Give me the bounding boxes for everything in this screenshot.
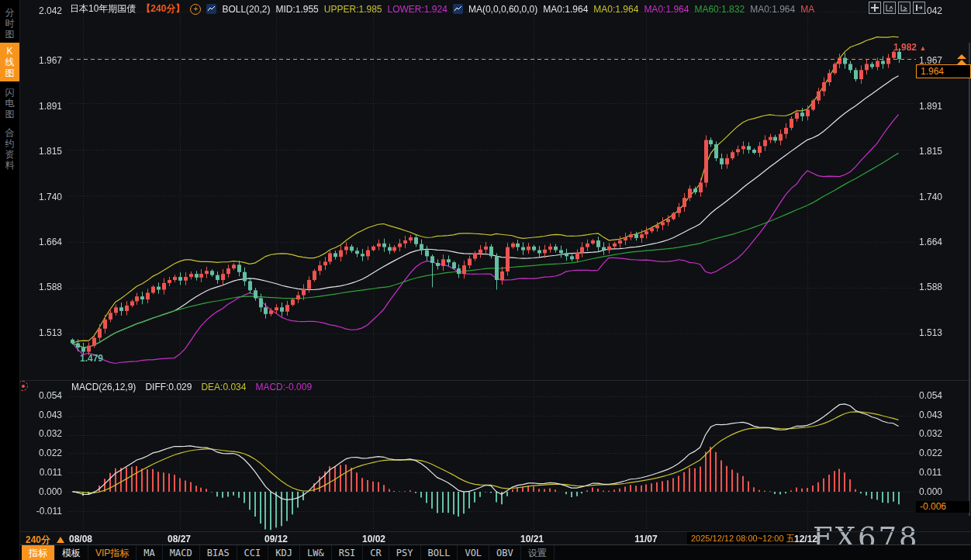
instrument-title: 日本10年期国债 xyxy=(70,2,136,16)
y-axis-label-left: 1.967 xyxy=(23,56,62,66)
macd-value: MACD:-0.009 xyxy=(255,382,312,392)
chart-canvas[interactable] xyxy=(0,0,971,560)
macd-y-label-right: 0.011 xyxy=(919,468,942,478)
ma-params-label: MA(0,0,0,60,0,0) xyxy=(468,4,537,15)
toolbar-vol-button[interactable]: VOL xyxy=(458,545,489,560)
session-high-marker: 1.982 ▲ xyxy=(893,42,926,53)
toolbar-macd-button[interactable]: MACD xyxy=(163,545,200,560)
y-axis-label-left: 2.042 xyxy=(23,6,62,16)
y-axis-label-right: 1.513 xyxy=(919,328,942,338)
macd-y-label-left: 0.000 xyxy=(23,487,62,497)
ma-value-6: MA xyxy=(800,4,814,15)
sidebar-tab-time-chart[interactable]: 分时图 xyxy=(0,4,19,43)
toolbar-settings-button[interactable]: 设置 xyxy=(521,545,555,560)
period-label: 【240分】 xyxy=(141,2,185,16)
ma-value-1: MA0:1.964 xyxy=(543,4,588,15)
scale-x-axis-icon[interactable] xyxy=(898,2,911,14)
right-scrollbar[interactable] xyxy=(969,43,970,516)
toolbar-bias-button[interactable]: BIAS xyxy=(200,545,237,560)
macd-y-label-left: -0.011 xyxy=(23,506,62,517)
ma-indicator-icon[interactable] xyxy=(453,4,463,14)
chart-tool-icons xyxy=(869,2,925,14)
macd-y-label-left: 0.022 xyxy=(23,448,62,458)
chart-header: 日本10年期国债 【240分】 + BOLL(20,2) MID:1.955 U… xyxy=(70,2,814,16)
boll-lower-value: LOWER:1.924 xyxy=(388,4,447,15)
macd-y-label-left: 0.032 xyxy=(23,429,62,439)
ma-value-5: MA0:1.964 xyxy=(750,4,795,15)
macd-y-label-right: 0.022 xyxy=(919,448,942,458)
macd-y-label-left: 0.043 xyxy=(23,410,62,420)
y-axis-label-left: 1.891 xyxy=(23,102,62,112)
toolbar-obv-button[interactable]: OBV xyxy=(489,545,521,560)
toolbar-templates-button[interactable]: 模板 xyxy=(55,545,88,560)
macd-params-label: MACD(26,12,9) xyxy=(71,382,136,392)
toolbar-vip-indicators-button[interactable]: VIP指标 xyxy=(88,545,136,560)
trading-app-window: 分时图 K线图 闪电图 合约资料 日本10年期国债 【240分】 + BOLL(… xyxy=(0,0,971,560)
candle-time-tooltip: 2025/12/12 08:00~12:00 五 xyxy=(687,532,799,545)
y-axis-label-right: 1.891 xyxy=(919,102,942,112)
period-low-marker: 1.479 xyxy=(80,353,103,364)
sidebar-tab-contract-info[interactable]: 合约资料 xyxy=(0,124,19,174)
boll-indicator-icon[interactable] xyxy=(206,4,216,14)
jump-to-latest-icon[interactable] xyxy=(957,54,966,65)
toolbar-boll-button[interactable]: BOLL xyxy=(421,545,458,560)
current-price-box: 1.964 xyxy=(916,64,971,78)
y-axis-label-left: 1.513 xyxy=(23,328,62,338)
toolbar-kdj-button[interactable]: KDJ xyxy=(268,545,300,560)
macd-current-value-box: -0.006 xyxy=(916,501,969,513)
macd-y-label-left: 0.054 xyxy=(23,391,62,401)
boll-upper-value: UPPER:1.985 xyxy=(324,4,382,15)
y-axis-label-left: 1.815 xyxy=(23,147,62,157)
add-indicator-icon[interactable]: + xyxy=(190,4,201,15)
sidebar-tab-lightning-chart[interactable]: 闪电图 xyxy=(0,84,19,123)
ma-value-4: MA60:1.832 xyxy=(694,4,745,15)
toolbar-indicators-button[interactable]: 指标 xyxy=(22,545,55,560)
toolbar-ma-button[interactable]: MA xyxy=(136,545,162,560)
macd-y-label-right: 0.043 xyxy=(919,410,942,420)
x-tick-label-last: 12/12 xyxy=(794,534,817,544)
x-tick-label: 08/27 xyxy=(162,534,196,544)
macd-header: MACD(26,12,9) DIFF:0.029 DEA:0.034 MACD:… xyxy=(71,382,312,392)
macd-y-label-right: 0.032 xyxy=(919,429,942,439)
macd-y-label-left: 0.011 xyxy=(23,468,62,478)
x-axis-row: 240分 08/08 08/27 09/12 10/02 10/21 11/07… xyxy=(19,531,971,545)
y-axis-label-right: 1.740 xyxy=(919,192,942,202)
toolbar-psy-button[interactable]: PSY xyxy=(389,545,421,560)
x-tick-label: 10/02 xyxy=(357,534,391,544)
macd-y-label-right: 0.054 xyxy=(919,391,942,401)
macd-y-label-right: 0.000 xyxy=(919,487,942,497)
y-axis-label-right: 1.664 xyxy=(919,237,942,247)
pan-move-icon[interactable] xyxy=(869,2,881,14)
bottom-toolbar: 指标 模板 VIP指标 MA MACD BIAS CCI KDJ LW& RSI… xyxy=(19,544,971,560)
x-tick-label: 09/12 xyxy=(259,534,293,544)
y-axis-label-left: 1.740 xyxy=(23,192,62,202)
x-tick-label: 10/21 xyxy=(515,534,549,544)
y-axis-label-left: 1.588 xyxy=(23,282,62,292)
sidebar-tab-kline-chart[interactable]: K线图 xyxy=(0,43,19,81)
left-sidebar: 分时图 K线图 闪电图 合约资料 xyxy=(0,0,20,560)
toolbar-lw-button[interactable]: LW& xyxy=(300,545,332,560)
toolbar-rsi-button[interactable]: RSI xyxy=(332,545,364,560)
x-tick-label: 08/08 xyxy=(64,534,98,544)
ma-value-3: MA0:1.964 xyxy=(644,4,689,15)
y-axis-label-right: 1.588 xyxy=(919,282,942,292)
macd-diff-value: DIFF:0.029 xyxy=(145,382,192,392)
pan-right-icon[interactable] xyxy=(913,2,925,14)
ma-value-2: MA0:1.964 xyxy=(593,4,638,15)
y-axis-label-right: 1.815 xyxy=(919,147,942,157)
scale-y-axis-icon[interactable] xyxy=(883,2,896,14)
macd-dea-value: DEA:0.034 xyxy=(201,382,246,392)
boll-label: BOLL(20,2) xyxy=(222,4,270,15)
toolbar-cr-button[interactable]: CR xyxy=(363,545,389,560)
y-axis-label-left: 1.664 xyxy=(23,237,62,247)
toolbar-cci-button[interactable]: CCI xyxy=(237,545,269,560)
boll-mid-value: MID:1.955 xyxy=(275,4,318,15)
x-tick-label: 11/07 xyxy=(629,534,663,544)
